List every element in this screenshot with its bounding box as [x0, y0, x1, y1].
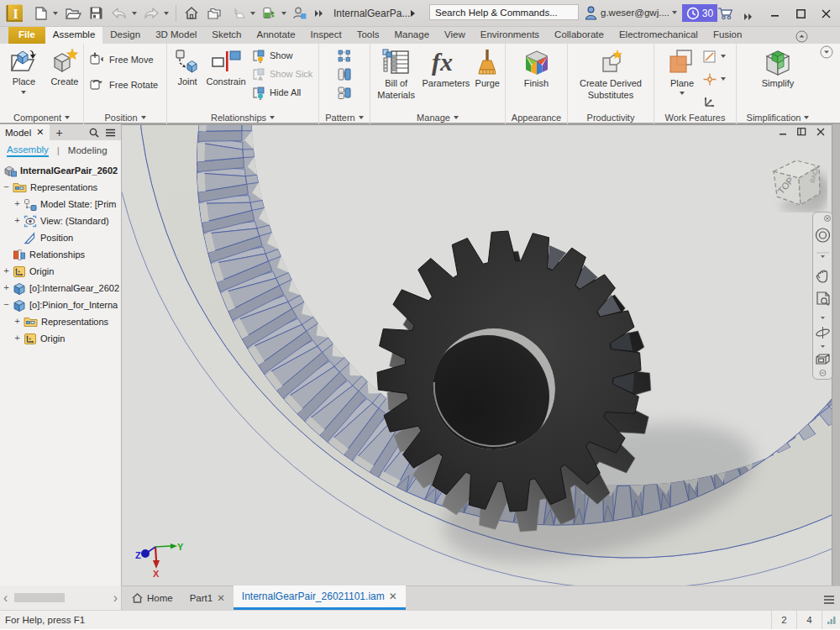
- svg-text:Z: Z: [135, 550, 141, 560]
- svg-text:Y: Y: [177, 542, 184, 552]
- svg-text:I: I: [13, 5, 18, 21]
- svg-text:X: X: [153, 569, 160, 579]
- svg-text:fx: fx: [432, 48, 453, 76]
